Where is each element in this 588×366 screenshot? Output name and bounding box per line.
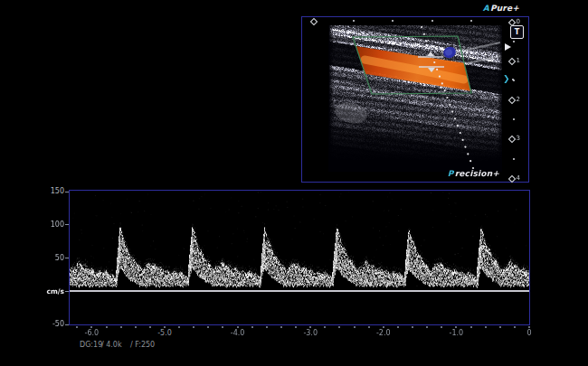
depth-ruler-dot — [513, 118, 515, 120]
time-axis-tick-dot — [412, 326, 413, 328]
doppler-filter-value: / F:250 — [130, 341, 155, 349]
time-axis-tick-dot — [222, 326, 223, 328]
time-axis-tick-dot — [397, 326, 399, 328]
time-axis-label: -3.0 — [299, 329, 322, 337]
depth-ruler-label: 2 — [517, 97, 520, 103]
depth-ruler-dot — [513, 158, 515, 160]
depth-ruler-label: 4 — [517, 175, 520, 182]
depth-ruler-label: 3 — [517, 136, 520, 142]
ultrasound-screen: APure+ Precision+ T ❯ DG:19 / 4.0k / F:2… — [0, 0, 588, 366]
time-axis-tick-dot — [499, 326, 501, 328]
bmode-focus-marker-icon[interactable] — [505, 43, 511, 51]
time-axis-tick-dot — [485, 326, 487, 328]
time-axis-label: -4.0 — [226, 329, 250, 337]
time-axis-tick-dot — [455, 326, 457, 328]
width-ruler-dot — [470, 20, 472, 22]
time-axis-tick-dot — [90, 326, 92, 328]
brand-name: recision+ — [455, 169, 499, 178]
depth-ruler-label: 0 — [517, 19, 520, 25]
brand-name: Pure+ — [490, 4, 519, 13]
brand-prefix: A — [483, 4, 489, 13]
time-axis-label: 0 — [517, 329, 541, 337]
time-axis-tick-dot — [76, 326, 78, 328]
probe-orientation-marker-icon[interactable]: T — [510, 25, 524, 39]
velocity-axis-label: cm/s — [37, 287, 64, 296]
depth-ruler-dot — [513, 41, 515, 42]
image-mode-label-top: APure+ — [483, 4, 519, 13]
doppler-focus-dot — [512, 79, 514, 80]
time-axis-tick-dot — [149, 326, 151, 328]
time-axis-label: -6.0 — [80, 329, 103, 337]
velocity-axis-label: 50 — [37, 254, 64, 262]
doppler-focus-marker-icon[interactable]: ❯ — [503, 75, 510, 83]
time-axis-tick-dot — [441, 326, 442, 328]
doppler-scale-value: / 4.0k — [101, 341, 122, 349]
time-axis-tick-dot — [178, 326, 180, 328]
doppler-spectrogram-trace[interactable] — [70, 191, 529, 324]
depth-ruler-label: 1 — [517, 58, 520, 64]
width-ruler-dot — [432, 20, 433, 22]
time-axis-tick-dot — [470, 326, 472, 328]
velocity-axis-tick — [65, 224, 69, 225]
velocity-axis-tick — [65, 258, 69, 258]
time-axis-tick-dot — [207, 326, 209, 328]
width-ruler-dot — [353, 20, 355, 22]
brand-prefix: P — [448, 169, 454, 178]
time-axis-tick-dot — [106, 326, 108, 328]
doppler-baseline[interactable] — [70, 290, 529, 292]
time-axis-tick-dot — [338, 326, 340, 328]
bmode-color-doppler-image[interactable] — [328, 25, 502, 172]
time-axis-tick-dot — [280, 326, 282, 328]
time-axis-tick-dot — [426, 326, 428, 328]
time-axis-tick-dot — [193, 326, 194, 328]
time-axis-tick-dot — [368, 326, 370, 328]
velocity-axis-label: -50 — [37, 320, 64, 328]
image-mode-label-bottom: Precision+ — [448, 169, 499, 178]
velocity-axis-tick — [65, 291, 69, 292]
time-axis-tick-dot — [120, 326, 122, 328]
time-axis-tick-dot — [354, 326, 356, 328]
time-axis-tick-dot — [135, 326, 137, 328]
time-axis-tick-dot — [164, 326, 166, 328]
time-axis-tick-dot — [237, 326, 239, 328]
velocity-axis-label: 100 — [37, 221, 64, 229]
time-axis-tick-dot — [295, 326, 297, 328]
velocity-axis-label: 150 — [37, 187, 64, 195]
time-axis-label: -2.0 — [372, 329, 395, 337]
time-axis-tick-dot — [251, 326, 253, 328]
doppler-gain-value: DG:19 — [80, 341, 102, 349]
time-axis-tick-dot — [528, 326, 530, 328]
velocity-axis-tick — [65, 192, 69, 192]
velocity-axis-tick — [65, 324, 69, 325]
time-axis-tick-dot — [266, 326, 268, 328]
time-axis-tick-dot — [514, 326, 516, 328]
time-axis-label: -1.0 — [444, 329, 468, 337]
time-axis-label: -5.0 — [153, 329, 176, 337]
time-axis-tick-dot — [309, 326, 311, 328]
time-axis-tick-dot — [383, 326, 384, 328]
time-axis-tick-dot — [324, 326, 326, 328]
